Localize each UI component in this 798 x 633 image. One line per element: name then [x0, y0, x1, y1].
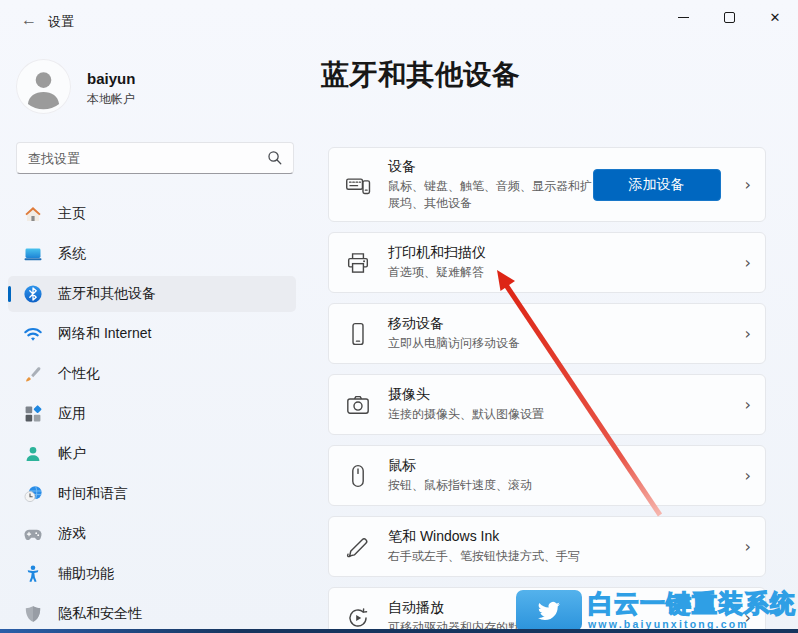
network-icon [23, 324, 43, 344]
minimize-icon [678, 17, 689, 18]
autoplay-icon [345, 605, 371, 631]
card-subtitle: 首选项、疑难解答 [388, 264, 739, 281]
card-title: 笔和 Windows Ink [388, 528, 739, 546]
card-printers-scanners[interactable]: 打印机和扫描仪 首选项、疑难解答 › [328, 232, 766, 293]
card-cameras[interactable]: 摄像头 连接的摄像头、默认图像设置 › [328, 374, 766, 435]
card-subtitle: 立即从电脑访问移动设备 [388, 335, 739, 352]
time-language-icon [23, 484, 43, 504]
card-mouse[interactable]: 鼠标 按钮、鼠标指针速度、滚动 › [328, 445, 766, 506]
search-input[interactable] [17, 151, 266, 166]
back-button[interactable]: ← [12, 7, 46, 33]
card-subtitle: 右手或左手、笔按钮快捷方式、手写 [388, 548, 739, 565]
sidebar-item-label: 游戏 [58, 525, 86, 543]
sidebar-item-privacy[interactable]: 隐私和安全性 [8, 596, 296, 632]
page-title: 蓝牙和其他设备 [321, 56, 521, 94]
titlebar: ← 设置 ✕ [0, 0, 798, 40]
card-text: 鼠标 按钮、鼠标指针速度、滚动 [388, 457, 739, 494]
sidebar-item-gaming[interactable]: 游戏 [8, 516, 296, 552]
devices-icon [345, 172, 371, 198]
sidebar-item-label: 时间和语言 [58, 485, 128, 503]
sidebar-item-label: 网络和 Internet [58, 325, 151, 343]
sidebar-item-label: 应用 [58, 405, 86, 423]
user-account-type: 本地帐户 [87, 91, 135, 108]
chevron-right-icon: › [745, 324, 751, 343]
card-title: 设备 [388, 158, 593, 176]
camera-icon [345, 392, 371, 418]
card-mobile-devices[interactable]: 移动设备 立即从电脑访问移动设备 › [328, 303, 766, 364]
chevron-right-icon: › [745, 466, 751, 485]
card-subtitle: 连接的摄像头、默认图像设置 [388, 406, 739, 423]
add-device-button[interactable]: 添加设备 [593, 169, 721, 201]
card-text: 打印机和扫描仪 首选项、疑难解答 [388, 244, 739, 281]
printer-icon [345, 250, 371, 276]
gaming-icon [23, 524, 43, 544]
card-subtitle: 鼠标、键盘、触笔、音频、显示器和扩展坞、其他设备 [388, 178, 593, 212]
sidebar-item-system[interactable]: 系统 [8, 236, 296, 272]
close-icon: ✕ [770, 11, 781, 24]
search-box [16, 142, 294, 174]
settings-card-list: 设备 鼠标、键盘、触笔、音频、显示器和扩展坞、其他设备 添加设备 › 打印机和扫… [328, 147, 766, 633]
sidebar-item-label: 主页 [58, 205, 86, 223]
card-text: 自动播放 可移动驱动器和内存的默认设置 [388, 599, 739, 633]
close-button[interactable]: ✕ [752, 0, 798, 34]
sidebar-item-label: 辅助功能 [58, 565, 114, 583]
user-name: baiyun [87, 70, 135, 87]
sidebar: 主页 系统 蓝牙和其他设备 网络和 Internet 个性化 [8, 196, 296, 633]
card-title: 鼠标 [388, 457, 739, 475]
sidebar-item-accounts[interactable]: 帐户 [8, 436, 296, 472]
chevron-right-icon: › [745, 395, 751, 414]
maximize-icon [724, 12, 735, 23]
chevron-right-icon: › [745, 253, 751, 272]
sidebar-item-label: 帐户 [58, 445, 86, 463]
person-icon [16, 59, 71, 114]
sidebar-item-label: 个性化 [58, 365, 100, 383]
bluetooth-icon [23, 284, 43, 304]
avatar [16, 59, 71, 114]
taskbar-edge [0, 629, 798, 633]
maximize-button[interactable] [706, 0, 752, 34]
system-icon [23, 244, 43, 264]
sidebar-item-accessibility[interactable]: 辅助功能 [8, 556, 296, 592]
sidebar-item-label: 隐私和安全性 [58, 605, 142, 623]
pen-icon [345, 534, 371, 560]
sidebar-item-label: 蓝牙和其他设备 [58, 285, 156, 303]
apps-icon [23, 404, 43, 424]
card-text: 设备 鼠标、键盘、触笔、音频、显示器和扩展坞、其他设备 [388, 158, 593, 212]
card-title: 移动设备 [388, 315, 739, 333]
mobile-device-icon [345, 321, 371, 347]
card-devices[interactable]: 设备 鼠标、键盘、触笔、音频、显示器和扩展坞、其他设备 添加设备 › [328, 147, 766, 222]
mouse-icon [345, 463, 371, 489]
accessibility-icon [23, 564, 43, 584]
card-autoplay[interactable]: 自动播放 可移动驱动器和内存的默认设置 › [328, 587, 766, 633]
accounts-icon [23, 444, 43, 464]
search-icon[interactable] [266, 149, 284, 167]
sidebar-item-home[interactable]: 主页 [8, 196, 296, 232]
sidebar-item-time-language[interactable]: 时间和语言 [8, 476, 296, 512]
sidebar-item-bluetooth-devices[interactable]: 蓝牙和其他设备 [8, 276, 296, 312]
home-icon [23, 204, 43, 224]
app-title: 设置 [48, 13, 74, 31]
minimize-button[interactable] [660, 0, 706, 34]
chevron-right-icon: › [745, 608, 751, 627]
window-controls: ✕ [660, 0, 798, 34]
card-title: 打印机和扫描仪 [388, 244, 739, 262]
card-pen-windows-ink[interactable]: 笔和 Windows Ink 右手或左手、笔按钮快捷方式、手写 › [328, 516, 766, 577]
sidebar-item-network[interactable]: 网络和 Internet [8, 316, 296, 352]
personalization-icon [23, 364, 43, 384]
sidebar-item-personalization[interactable]: 个性化 [8, 356, 296, 392]
sidebar-item-apps[interactable]: 应用 [8, 396, 296, 432]
card-text: 摄像头 连接的摄像头、默认图像设置 [388, 386, 739, 423]
card-subtitle: 按钮、鼠标指针速度、滚动 [388, 477, 739, 494]
card-text: 笔和 Windows Ink 右手或左手、笔按钮快捷方式、手写 [388, 528, 739, 565]
card-title: 摄像头 [388, 386, 739, 404]
chevron-right-icon: › [745, 537, 751, 556]
chevron-right-icon: › [745, 175, 751, 194]
card-text: 移动设备 立即从电脑访问移动设备 [388, 315, 739, 352]
privacy-icon [23, 604, 43, 624]
sidebar-item-label: 系统 [58, 245, 86, 263]
card-title: 自动播放 [388, 599, 739, 617]
